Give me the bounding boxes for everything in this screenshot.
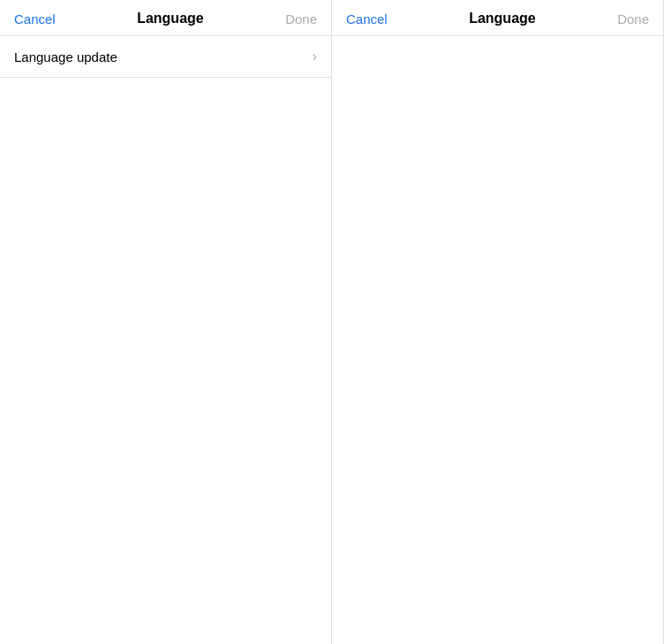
language-update-label: Language update xyxy=(14,49,117,64)
left-language-list: Language update › xyxy=(0,36,331,644)
left-done-button[interactable]: Done xyxy=(285,11,317,27)
right-panel: Cancel Language Done xyxy=(332,0,664,644)
left-title: Language xyxy=(137,11,204,27)
chevron-right-icon: › xyxy=(313,49,317,64)
right-done-button[interactable]: Done xyxy=(617,11,649,27)
right-cancel-button[interactable]: Cancel xyxy=(346,11,388,27)
language-update-row[interactable]: Language update › xyxy=(0,36,331,78)
left-panel: Cancel Language Done Language update › xyxy=(0,0,332,644)
right-title: Language xyxy=(469,11,536,27)
right-language-list xyxy=(332,36,663,644)
right-header: Cancel Language Done xyxy=(332,0,663,36)
left-cancel-button[interactable]: Cancel xyxy=(14,11,56,27)
left-header: Cancel Language Done xyxy=(0,0,331,36)
